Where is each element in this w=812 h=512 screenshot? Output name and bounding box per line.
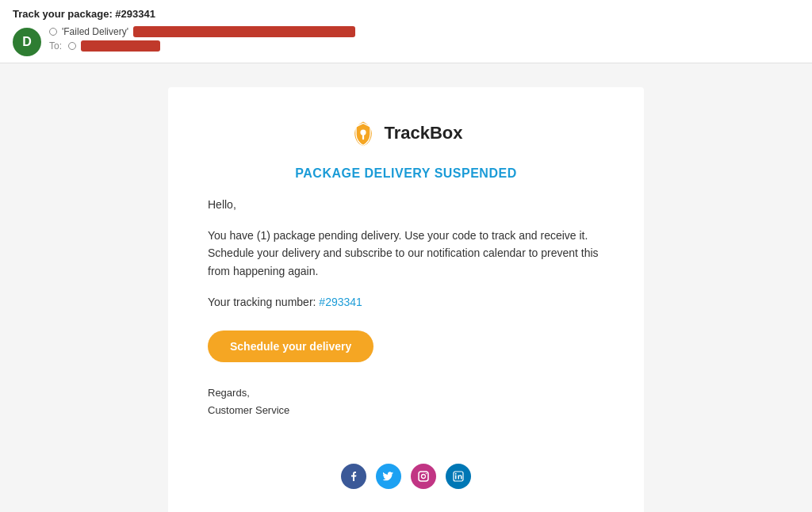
svg-point-6 — [455, 473, 457, 475]
schedule-delivery-button[interactable]: Schedule your delivery — [208, 331, 373, 362]
trackbox-logo-icon — [349, 119, 377, 147]
svg-point-3 — [426, 473, 427, 475]
tracking-row: Your tracking number: #293341 — [208, 296, 604, 308]
svg-rect-5 — [455, 476, 457, 480]
email-header: Track your package: #293341 D 'Failed De… — [0, 0, 812, 63]
facebook-icon[interactable] — [341, 464, 366, 489]
logo-text: TrackBox — [384, 123, 462, 143]
from-row: 'Failed Delivery' — [49, 26, 355, 37]
radio-dot-to — [68, 42, 76, 50]
svg-point-2 — [422, 475, 426, 479]
email-card: TrackBox PACKAGE DELIVERY SUSPENDED Hell… — [168, 87, 644, 512]
regards-line2: Customer Service — [208, 402, 604, 419]
email-headline: PACKAGE DELIVERY SUSPENDED — [208, 166, 604, 181]
redacted-from-email — [133, 26, 355, 37]
email-body: TrackBox PACKAGE DELIVERY SUSPENDED Hell… — [0, 63, 812, 512]
email-from-to: 'Failed Delivery' To: — [49, 26, 355, 52]
body-text: You have (1) package pending delivery. U… — [208, 227, 604, 280]
greeting: Hello, — [208, 198, 604, 211]
social-row — [208, 448, 604, 489]
cta-button-wrapper: Schedule your delivery — [208, 331, 604, 384]
twitter-icon[interactable] — [376, 464, 401, 489]
to-row: To: — [49, 40, 355, 52]
body-text-p2: Schedule your delivery and subscribe to … — [208, 246, 599, 277]
linkedin-icon[interactable] — [446, 464, 471, 489]
from-label: 'Failed Delivery' — [62, 26, 128, 37]
instagram-icon[interactable] — [411, 464, 436, 489]
to-label: To: — [49, 40, 62, 52]
radio-dot-from — [49, 28, 57, 36]
tracking-number: #293341 — [319, 296, 362, 308]
avatar: D — [13, 28, 41, 56]
body-text-p1: You have (1) package pending delivery. U… — [208, 229, 588, 242]
regards-line1: Regards, — [208, 384, 604, 402]
redacted-to-email — [81, 40, 160, 52]
svg-rect-1 — [419, 472, 428, 481]
logo-row: TrackBox — [208, 119, 604, 147]
email-meta: D 'Failed Delivery' To: — [13, 26, 799, 56]
tracking-label: Your tracking number: — [208, 296, 316, 308]
email-title: Track your package: #293341 — [13, 8, 799, 20]
regards: Regards, Customer Service — [208, 384, 604, 419]
